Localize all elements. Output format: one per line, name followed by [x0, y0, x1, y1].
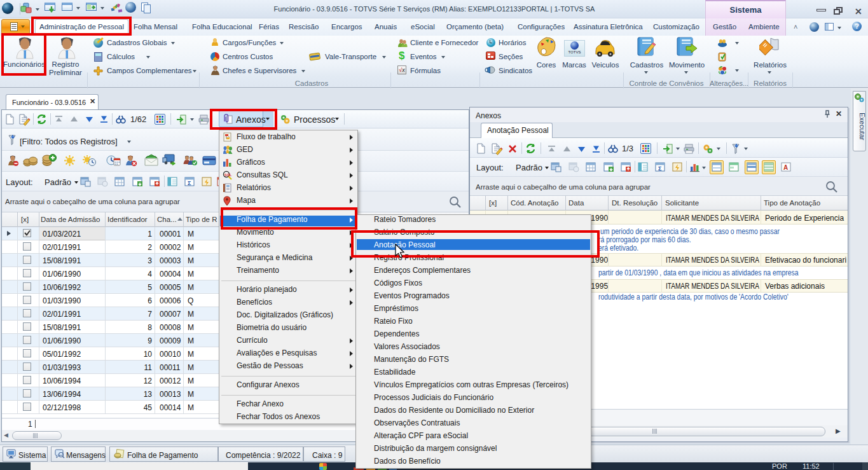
svg-text:SQL: SQL — [224, 173, 232, 177]
